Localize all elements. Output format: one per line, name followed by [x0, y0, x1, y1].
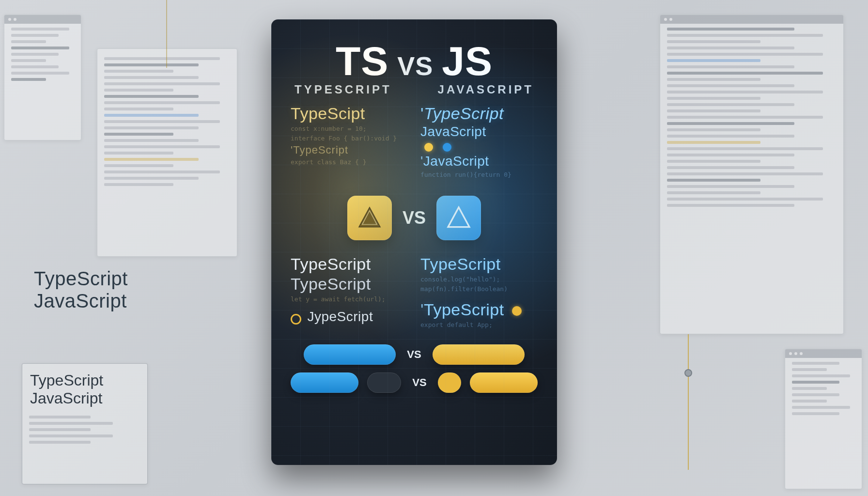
left-word-2: TypeScript [291, 255, 408, 274]
pill-row-1: VS [291, 344, 538, 365]
subhead-left: TYPESCRIPT [294, 83, 392, 96]
ts-logo-icon [347, 196, 392, 240]
pill-yellow-1 [433, 344, 525, 365]
small-card-line1: TypeScript [30, 372, 140, 389]
headline-js: JS [442, 38, 493, 85]
right-word-1: 'TypeScript [420, 104, 538, 123]
col-left: TypeScipt const x:number = 10; interface… [291, 103, 408, 179]
pill-vs-2: VS [410, 376, 429, 389]
right-word-3: 'JavaScript [420, 154, 538, 169]
js-logo-icon [436, 196, 481, 240]
pill-vs-1: VS [404, 348, 424, 361]
code-noise: console.log("hello"); map(fn).filter(Boo… [420, 275, 538, 294]
logo-row: VS [291, 196, 538, 240]
pill-comparison: VS VS [291, 344, 538, 393]
code-noise: let y = await fetch(url); [291, 294, 408, 304]
headline-vs: VS [397, 51, 433, 81]
code-noise: const x:number = 10; interface Foo { bar… [291, 124, 408, 143]
pill-tiny-yellow [438, 372, 461, 393]
bg-window-small-right [785, 349, 862, 489]
accent-line-right [688, 334, 689, 470]
ring-icon [291, 314, 301, 325]
mid-col-right: TypeScript console.log("hello"); map(fn)… [420, 254, 538, 330]
headline-ts: TS [336, 38, 388, 85]
code-noise: export class Baz { } [291, 157, 408, 167]
small-card-line2: JavaScript [30, 389, 140, 407]
bg-window-right [660, 15, 844, 334]
left-word-1: TypeScipt [291, 104, 408, 123]
mid-word-columns: TypeScript TypeScript let y = await fetc… [291, 254, 538, 330]
bg-card-small: TypeScript JavaScript [22, 363, 148, 484]
side-label-line1: TypeScript [34, 267, 128, 290]
bg-window-small-left [4, 15, 81, 140]
mid-col-left: TypeScript TypeScript let y = await fetc… [291, 254, 408, 330]
badge-dot-icon [512, 306, 522, 316]
col-right: 'TypeScript JavaScript 'JavaScript funct… [420, 103, 538, 179]
bg-window-left [97, 48, 237, 257]
side-label-line2: JavaScript [34, 290, 128, 312]
pill-blue-2 [291, 372, 358, 393]
side-label: TypeScript JavaScript [34, 267, 128, 312]
accent-line-top [166, 0, 167, 68]
logo-vs: VS [403, 208, 426, 228]
right-word-4: TypeScript [420, 255, 538, 274]
left-word-4: JypeScript [307, 309, 373, 324]
dot-blue-icon [443, 143, 451, 152]
left-word-3: TypeScript [291, 275, 408, 294]
comparison-card: TS VS JS TYPESCRIPT JAVASCRIPT TypeScipt… [271, 19, 557, 465]
right-word-5: 'TypeScript [420, 300, 538, 319]
subheadline: TYPESCRIPT JAVASCRIPT [291, 83, 538, 103]
code-noise: export default App; [420, 320, 538, 330]
top-word-columns: TypeScipt const x:number = 10; interface… [291, 103, 538, 179]
right-word-2: JavaScript [420, 124, 538, 140]
subhead-right: JAVASCRIPT [438, 83, 534, 96]
left-word-dim: 'TypeScript [291, 144, 408, 156]
svg-marker-2 [448, 207, 469, 227]
pill-yellow-2 [470, 372, 538, 393]
headline: TS VS JS [291, 38, 538, 85]
code-noise: function run(){return 0} [420, 170, 538, 180]
accent-node-icon [684, 369, 692, 377]
dot-yellow-icon [424, 143, 433, 152]
pill-blue-1 [304, 344, 396, 365]
pill-row-2: VS [291, 372, 538, 393]
pill-dark [367, 372, 401, 393]
